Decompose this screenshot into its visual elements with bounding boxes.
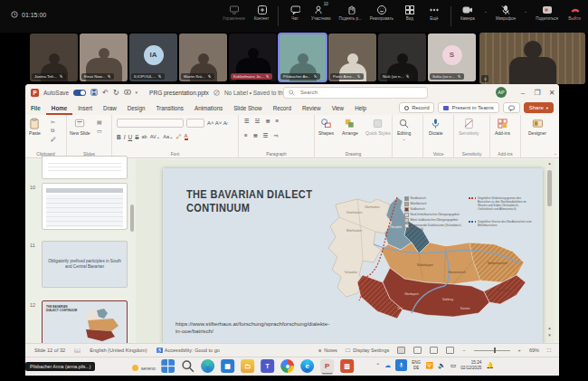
- new-slide-button[interactable]: New Slide: [70, 118, 90, 136]
- redo-icon[interactable]: ↻: [113, 89, 119, 97]
- camera-button[interactable]: Камера: [460, 5, 476, 21]
- slide11-thumbnail[interactable]: Obligatorily prefixed participles in Sou…: [42, 241, 128, 288]
- copilot-icon[interactable]: [201, 359, 214, 373]
- edge-icon[interactable]: e: [300, 359, 314, 373]
- slide-12[interactable]: THE BAVARIAN DIALECT CONTINUUM: [163, 168, 543, 343]
- slideshow-view-button[interactable]: [446, 347, 454, 354]
- store-icon[interactable]: ▦: [221, 359, 234, 373]
- slide-sorter-view-button[interactable]: [413, 347, 422, 354]
- manage-button[interactable]: Управление: [223, 5, 245, 21]
- volume-icon[interactable]: 🔈: [438, 362, 446, 369]
- font-size-box[interactable]: [186, 119, 204, 128]
- content-button[interactable]: Контент: [253, 5, 270, 21]
- powerpoint-taskbar-icon[interactable]: P: [320, 359, 334, 373]
- search-input[interactable]: [299, 89, 407, 96]
- participant-tile-active[interactable]: Pilsbacher An...: [279, 33, 327, 81]
- react-button[interactable]: Реагировать: [370, 5, 394, 21]
- account-avatar[interactable]: AP: [496, 87, 507, 98]
- arrange-button[interactable]: Arrange: [342, 118, 358, 136]
- tab-view[interactable]: View: [327, 100, 350, 115]
- layout-icon[interactable]: ▤: [97, 119, 102, 125]
- slide10-thumbnail[interactable]: [42, 183, 128, 230]
- wifi-icon[interactable]: 🛜: [425, 362, 433, 369]
- search-box[interactable]: [283, 87, 428, 99]
- notes-button[interactable]: ≡ Notes: [318, 348, 337, 353]
- paste-button[interactable]: Paste: [29, 118, 41, 136]
- participant-tile[interactable]: IA ILIOPOUL...: [129, 33, 177, 81]
- accessibility-status[interactable]: Accessibility: Good to go: [165, 348, 220, 353]
- tab-home[interactable]: Home: [46, 100, 73, 115]
- language-switcher[interactable]: ENGDE: [412, 360, 421, 369]
- font-name-box[interactable]: [117, 119, 184, 128]
- collapse-ribbon-chevron[interactable]: ⌄: [554, 150, 557, 156]
- zoom-in-button[interactable]: +: [518, 348, 521, 353]
- leave-button[interactable]: Выйти: [566, 5, 583, 21]
- comments-button[interactable]: [503, 102, 520, 113]
- clock[interactable]: 15:2402/12/2025: [460, 360, 481, 370]
- format-painter-icon[interactable]: 🖉: [51, 137, 56, 142]
- reading-view-button[interactable]: [430, 347, 438, 354]
- font-color-icon[interactable]: A: [185, 133, 188, 140]
- underline-button[interactable]: U: [128, 134, 133, 140]
- bold-button[interactable]: B: [117, 134, 121, 140]
- file-explorer-icon[interactable]: 🗀: [241, 359, 254, 373]
- slideshow-icon[interactable]: [124, 89, 131, 96]
- scrollbar-thumb[interactable]: [547, 170, 552, 206]
- zoom-level[interactable]: 69%: [529, 348, 539, 353]
- document-title[interactable]: PRG presentation.pptx: [149, 90, 209, 96]
- spellcheck-icon[interactable]: 📖: [74, 348, 81, 353]
- tray-chevron[interactable]: ⌃: [375, 362, 380, 368]
- tab-record[interactable]: Record: [268, 100, 297, 115]
- participant-tile[interactable]: S Sofia (xe n...: [428, 33, 476, 81]
- close-button[interactable]: ✕: [545, 89, 559, 97]
- stop-share-button[interactable]: Поделиться: [536, 5, 558, 21]
- quick-styles-button[interactable]: Quick Styles: [365, 118, 391, 136]
- minimize-button[interactable]: –: [516, 89, 530, 97]
- vertical-scrollbar[interactable]: ▲ ▲ ▼: [546, 159, 553, 343]
- more-button[interactable]: Ещё: [426, 5, 442, 21]
- tab-slideshow[interactable]: Slide Show: [228, 100, 268, 115]
- start-button[interactable]: [161, 359, 175, 373]
- sensitivity-button[interactable]: Sensitivity: [459, 118, 479, 136]
- search-taskbar-icon[interactable]: [181, 359, 194, 373]
- previous-slide-button[interactable]: ▲: [546, 326, 553, 330]
- display-settings-button[interactable]: 🖵 Display Settings: [346, 348, 390, 354]
- slide-indicator[interactable]: Slide 12 of 32: [34, 348, 65, 353]
- office-icon[interactable]: ▥: [340, 359, 354, 373]
- designer-button[interactable]: Designer: [528, 118, 546, 136]
- grow-font-icon[interactable]: A˄ A˅ A̷: [207, 119, 227, 128]
- dictate-button[interactable]: Dictate: [429, 118, 443, 136]
- raise-hand-button[interactable]: Поднять р...: [339, 5, 362, 21]
- participants-button[interactable]: 10 Участники: [311, 5, 331, 21]
- shapes-button[interactable]: Shapes: [318, 118, 334, 136]
- onedrive-icon[interactable]: ☁: [384, 362, 391, 369]
- camera-dropdown-chevron[interactable]: ⌄: [484, 8, 488, 14]
- fit-slide-button[interactable]: ⛶: [547, 348, 551, 354]
- slide12-thumbnail-selected[interactable]: THE BAVARIAN DIALECT CONTINUUM: [42, 300, 128, 348]
- chrome-icon[interactable]: [280, 359, 294, 373]
- tab-draw[interactable]: Draw: [98, 100, 122, 115]
- tab-insert[interactable]: Insert: [72, 100, 98, 115]
- shadow-button[interactable]: ab: [142, 134, 147, 139]
- undo-icon[interactable]: ↶: [102, 89, 109, 97]
- record-button[interactable]: Record: [399, 102, 434, 113]
- editing-button[interactable]: Editing⌄: [397, 118, 411, 141]
- participant-tile[interactable]: Janina Teh...: [30, 33, 78, 81]
- tab-help[interactable]: Help: [349, 100, 372, 115]
- save-icon[interactable]: [90, 89, 98, 96]
- tab-design[interactable]: Design: [122, 100, 151, 115]
- restore-button[interactable]: ❐: [530, 89, 545, 97]
- teams-mic-tray-icon[interactable]: [395, 359, 407, 371]
- present-in-teams-button[interactable]: Present in Teams: [438, 102, 498, 113]
- mic-button[interactable]: Микрофон: [496, 5, 516, 21]
- participant-tile[interactable]: Nick (xe n...: [378, 33, 426, 81]
- chat-button[interactable]: Чат: [287, 5, 303, 21]
- active-speaker-tile[interactable]: [479, 33, 585, 84]
- copy-icon[interactable]: ⧉: [51, 128, 56, 134]
- participant-tile[interactable]: Kokkelmans Jo...: [229, 33, 277, 81]
- battery-icon[interactable]: ▭: [450, 362, 457, 369]
- slide9-thumbnail-partial[interactable]: [42, 156, 128, 179]
- strikethrough-button[interactable]: S: [135, 134, 138, 140]
- zoom-slider[interactable]: [474, 350, 510, 351]
- tab-animations[interactable]: Animations: [189, 100, 228, 115]
